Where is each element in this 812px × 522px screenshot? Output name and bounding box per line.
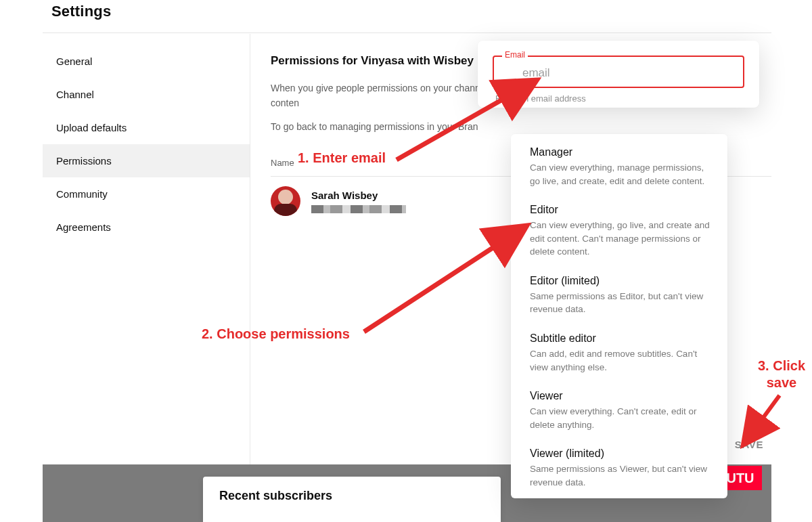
- sidebar-item-permissions[interactable]: Permissions: [43, 144, 250, 177]
- role-title: Viewer (limited): [530, 448, 713, 460]
- column-name: Name: [271, 158, 294, 168]
- sidebar-item-community[interactable]: Community: [43, 177, 250, 211]
- permissions-desc-2: To go back to managing permissions in yo…: [271, 120, 704, 135]
- role-option-viewer[interactable]: Viewer Can view everything. Can't create…: [511, 382, 727, 439]
- role-dropdown: Manager Can view everything, manage perm…: [511, 134, 727, 498]
- email-input[interactable]: [503, 64, 734, 81]
- role-desc: Can add, edit and remove subtitles. Can'…: [530, 347, 713, 374]
- sidebar-item-upload-defaults[interactable]: Upload defaults: [43, 111, 250, 144]
- role-option-editor[interactable]: Editor Can view everything, go live, and…: [511, 196, 727, 267]
- role-option-subtitle-editor[interactable]: Subtitle editor Can add, edit and remove…: [511, 324, 727, 382]
- user-name: Sarah Wisbey: [311, 190, 406, 201]
- role-title: Editor: [530, 204, 713, 216]
- email-field-label: Email: [502, 50, 528, 60]
- settings-sidebar: General Channel Upload defaults Permissi…: [43, 34, 250, 522]
- role-title: Manager: [530, 146, 713, 158]
- avatar: [271, 186, 300, 216]
- role-option-viewer-limited[interactable]: Viewer (limited) Same permissions as Vie…: [511, 439, 727, 497]
- role-desc: Can view everything, manage permissions,…: [530, 161, 713, 188]
- recent-subscribers-title: Recent subscribers: [219, 489, 484, 503]
- role-desc: Can view everything, go live, and create…: [530, 219, 713, 259]
- role-option-editor-limited[interactable]: Editor (limited) Same permissions as Edi…: [511, 267, 727, 324]
- email-field-wrap[interactable]: Email: [493, 56, 744, 88]
- role-desc: Can view everything. Can't create, edit …: [530, 405, 713, 431]
- sidebar-item-channel[interactable]: Channel: [43, 78, 250, 111]
- save-button[interactable]: SAVE: [735, 439, 763, 450]
- top-divider: [43, 32, 771, 33]
- role-option-manager[interactable]: Manager Can view everything, manage perm…: [511, 138, 727, 196]
- email-helper-text: Enter an email address: [495, 93, 744, 104]
- recent-subscribers-card: Recent subscribers: [203, 477, 501, 522]
- role-desc: Same permissions as Editor, but can't vi…: [530, 290, 713, 316]
- role-title: Subtitle editor: [530, 332, 713, 345]
- role-desc: Same permissions as Viewer, but can't vi…: [530, 462, 713, 489]
- user-email-redacted: [311, 205, 406, 213]
- page-title: Settings: [0, 0, 812, 32]
- sidebar-item-general[interactable]: General: [43, 45, 250, 78]
- invite-modal: Email Enter an email address: [478, 41, 759, 108]
- user-block: Sarah Wisbey: [311, 190, 406, 213]
- sidebar-item-agreements[interactable]: Agreements: [43, 211, 250, 244]
- role-title: Viewer: [530, 390, 713, 402]
- role-title: Editor (limited): [530, 275, 713, 287]
